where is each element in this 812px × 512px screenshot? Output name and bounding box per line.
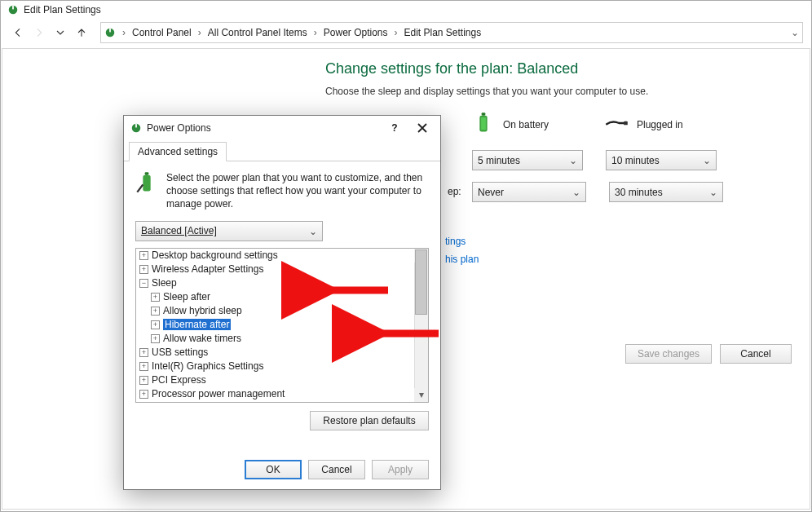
tree-item[interactable]: +Allow wake timers bbox=[136, 332, 428, 346]
save-button[interactable]: Save changes bbox=[625, 344, 712, 364]
expand-icon[interactable]: + bbox=[139, 348, 148, 357]
chevron-down-icon: ⌄ bbox=[569, 155, 577, 166]
tree-item[interactable]: +Wireless Adapter Settings bbox=[136, 263, 428, 276]
tree-item-label: Intel(R) Graphics Settings bbox=[152, 360, 263, 372]
tree-item[interactable]: +PCI Express bbox=[136, 373, 428, 387]
tab-advanced-settings[interactable]: Advanced settings bbox=[129, 142, 227, 161]
tree-item[interactable]: −Sleep bbox=[136, 276, 428, 290]
expand-icon[interactable]: + bbox=[151, 320, 160, 329]
chevron-down-icon: ⌄ bbox=[572, 187, 580, 198]
expand-icon[interactable]: + bbox=[139, 265, 148, 274]
combo-value: Balanced [Active] bbox=[141, 225, 217, 236]
scrollbar-thumb[interactable] bbox=[415, 249, 427, 315]
expand-icon[interactable]: + bbox=[151, 293, 160, 302]
combo-value: 5 minutes bbox=[478, 155, 520, 166]
svg-rect-11 bbox=[145, 172, 149, 175]
tree-item-label: Desktop background settings bbox=[152, 249, 278, 261]
help-button[interactable]: ? bbox=[383, 119, 406, 137]
expand-icon[interactable]: + bbox=[151, 307, 160, 316]
window-titlebar: Edit Plan Settings bbox=[1, 1, 811, 19]
scroll-down-icon[interactable]: ▾ bbox=[414, 388, 428, 402]
breadcrumb[interactable]: All Control Panel Items bbox=[208, 27, 307, 38]
chevron-right-icon: › bbox=[195, 27, 205, 38]
power-options-icon bbox=[104, 27, 116, 38]
breadcrumb[interactable]: Power Options bbox=[324, 27, 388, 38]
breadcrumb[interactable]: Control Panel bbox=[132, 27, 192, 38]
recent-dropdown-button[interactable] bbox=[51, 24, 69, 42]
cancel-button[interactable]: Cancel bbox=[308, 460, 365, 479]
power-options-dialog: Power Options ? Advanced settings Select… bbox=[123, 115, 441, 490]
window-title: Edit Plan Settings bbox=[24, 4, 101, 15]
breadcrumb[interactable]: Edit Plan Settings bbox=[404, 27, 481, 38]
svg-rect-5 bbox=[482, 113, 486, 116]
dialog-description: Select the power plan that you want to c… bbox=[166, 171, 429, 211]
cancel-button[interactable]: Cancel bbox=[720, 344, 792, 364]
expand-icon[interactable]: + bbox=[139, 251, 148, 260]
svg-rect-10 bbox=[143, 175, 150, 192]
column-header-plugged: Plugged in bbox=[637, 119, 683, 130]
svg-rect-9 bbox=[135, 124, 137, 128]
page-title: Change settings for the plan: Balanced bbox=[325, 60, 717, 77]
apply-button[interactable]: Apply bbox=[372, 460, 429, 479]
power-options-icon bbox=[130, 122, 142, 134]
tree-item-label: Allow wake timers bbox=[163, 333, 241, 344]
up-button[interactable] bbox=[73, 24, 90, 42]
close-button[interactable] bbox=[411, 119, 434, 137]
expand-icon[interactable]: + bbox=[151, 334, 160, 343]
tree-item[interactable]: +USB settings bbox=[136, 346, 428, 360]
battery-icon bbox=[472, 112, 495, 137]
svg-rect-6 bbox=[481, 117, 486, 130]
dialog-title: Power Options bbox=[147, 122, 211, 134]
tree-item-label: USB settings bbox=[152, 346, 208, 358]
power-options-icon bbox=[7, 4, 19, 15]
expand-icon[interactable]: + bbox=[139, 390, 148, 399]
display-off-battery-combo[interactable]: 5 minutes⌄ bbox=[472, 150, 583, 170]
sleep-battery-combo[interactable]: Never⌄ bbox=[472, 182, 586, 202]
address-dropdown-icon[interactable]: ⌄ bbox=[791, 27, 799, 38]
sleep-plugged-combo[interactable]: 30 minutes⌄ bbox=[609, 182, 723, 202]
restore-defaults-link[interactable]: his plan bbox=[445, 254, 479, 265]
tree-item-label: Processor power management bbox=[152, 388, 285, 399]
tree-item[interactable]: +Desktop background settings bbox=[136, 249, 428, 263]
explorer-navbar: › Control Panel › All Control Panel Item… bbox=[1, 19, 811, 46]
power-plan-combo[interactable]: Balanced [Active] ⌄ bbox=[135, 221, 323, 241]
page-subtitle: Choose the sleep and display settings th… bbox=[325, 86, 717, 97]
tree-item-label: Allow hybrid sleep bbox=[163, 305, 242, 316]
tree-item-label: Hibernate after bbox=[163, 319, 231, 330]
tree-item[interactable]: +Allow hybrid sleep bbox=[136, 304, 428, 318]
tree-item[interactable]: +Processor power management bbox=[136, 387, 428, 401]
display-off-plugged-combo[interactable]: 10 minutes⌄ bbox=[606, 150, 717, 170]
chevron-down-icon: ⌄ bbox=[709, 187, 717, 198]
chevron-down-icon: ⌄ bbox=[703, 155, 711, 166]
address-bar[interactable]: › Control Panel › All Control Panel Item… bbox=[100, 22, 803, 43]
tree-item[interactable]: +Intel(R) Graphics Settings bbox=[136, 360, 428, 373]
combo-value: 10 minutes bbox=[611, 155, 660, 166]
expand-icon[interactable]: + bbox=[139, 362, 148, 371]
tree-item-label: PCI Express bbox=[152, 374, 206, 386]
power-options-icon bbox=[135, 171, 158, 196]
back-button[interactable] bbox=[9, 24, 27, 42]
svg-rect-3 bbox=[109, 29, 111, 33]
dialog-titlebar[interactable]: Power Options ? bbox=[124, 116, 440, 140]
svg-rect-1 bbox=[12, 6, 14, 10]
forward-button[interactable] bbox=[30, 24, 48, 42]
combo-value: Never bbox=[478, 187, 504, 198]
chevron-down-icon: ⌄ bbox=[309, 226, 317, 237]
expand-icon[interactable]: + bbox=[139, 376, 148, 385]
tree-item-label: Sleep bbox=[152, 277, 177, 289]
scrollbar[interactable]: ▴ ▾ bbox=[414, 249, 428, 402]
chevron-right-icon: › bbox=[311, 27, 320, 38]
advanced-settings-link[interactable]: tings bbox=[445, 236, 466, 247]
chevron-right-icon: › bbox=[119, 27, 129, 38]
restore-defaults-button[interactable]: Restore plan defaults bbox=[310, 411, 429, 430]
tree-item-label: Sleep after bbox=[163, 291, 210, 302]
dialog-tabstrip: Advanced settings bbox=[124, 140, 440, 161]
collapse-icon[interactable]: − bbox=[139, 279, 148, 288]
tree-item[interactable]: +Sleep after bbox=[136, 290, 428, 304]
chevron-right-icon: › bbox=[391, 27, 400, 38]
settings-tree[interactable]: +Desktop background settings+Wireless Ad… bbox=[135, 248, 429, 403]
tree-item[interactable]: +Hibernate after bbox=[136, 318, 428, 332]
ok-button[interactable]: OK bbox=[245, 460, 302, 479]
tree-item-label: Wireless Adapter Settings bbox=[152, 263, 263, 275]
combo-value: 30 minutes bbox=[615, 187, 663, 198]
